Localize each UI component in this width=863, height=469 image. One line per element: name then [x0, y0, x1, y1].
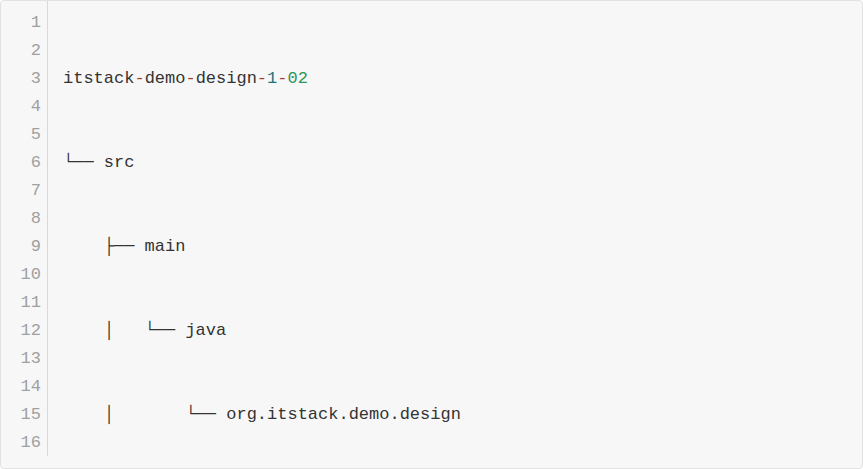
hyphen-token: - — [257, 69, 267, 88]
line-number: 8 — [1, 205, 41, 233]
project-name-token: demo — [145, 69, 186, 88]
line-number: 2 — [1, 37, 41, 65]
line-number: 4 — [1, 93, 41, 121]
number-token: 1 — [267, 69, 277, 88]
code-line-tree: ├── main — [63, 233, 862, 261]
code-line-project-name: itstack-demo-design-1-02 — [63, 65, 862, 93]
hyphen-token: - — [185, 69, 195, 88]
code-line-tree: │ └── java — [63, 317, 862, 345]
line-number: 6 — [1, 149, 41, 177]
hyphen-token: - — [134, 69, 144, 88]
line-number: 7 — [1, 177, 41, 205]
line-number: 11 — [1, 289, 41, 317]
line-number: 14 — [1, 373, 41, 401]
number-token: 02 — [287, 69, 307, 88]
line-number: 5 — [1, 121, 41, 149]
code-content: itstack-demo-design-1-02 └── src ├── mai… — [48, 1, 862, 456]
code-line-tree: └── src — [63, 149, 862, 177]
line-number-gutter: 1 2 3 4 5 6 7 8 9 10 11 12 13 14 15 16 — [1, 1, 48, 456]
project-name-token: itstack — [63, 69, 134, 88]
hyphen-token: - — [277, 69, 287, 88]
project-name-token: design — [196, 69, 257, 88]
line-number: 16 — [1, 429, 41, 457]
line-number: 15 — [1, 401, 41, 429]
line-number: 9 — [1, 233, 41, 261]
line-number: 1 — [1, 9, 41, 37]
code-line-tree: │ └── org.itstack.demo.design — [63, 401, 862, 429]
line-number: 3 — [1, 65, 41, 93]
code-block: 1 2 3 4 5 6 7 8 9 10 11 12 13 14 15 16 i… — [0, 0, 863, 469]
line-number: 10 — [1, 261, 41, 289]
line-number: 12 — [1, 317, 41, 345]
line-number: 13 — [1, 345, 41, 373]
